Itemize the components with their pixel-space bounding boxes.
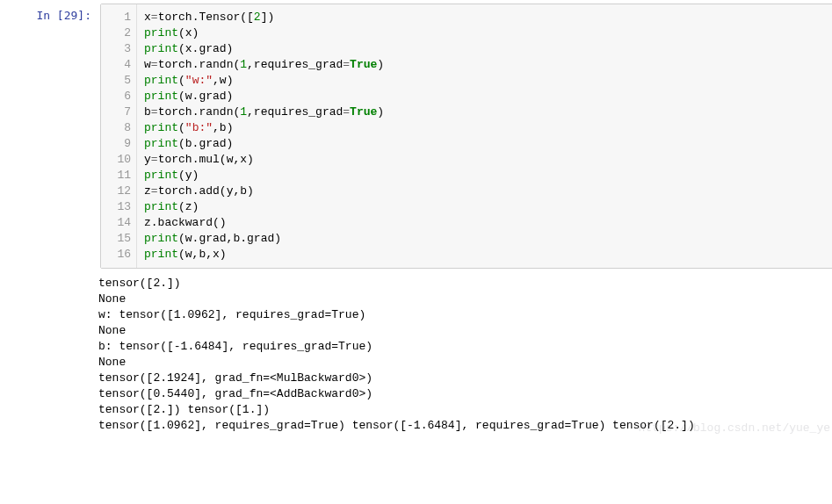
output-line: None: [98, 323, 828, 339]
output-area: tensor([2.])Nonew: tensor([1.0962], requ…: [91, 269, 832, 437]
code-line[interactable]: x=torch.Tensor([2]): [144, 10, 828, 25]
line-number: 12: [101, 184, 131, 199]
line-number-gutter: 12345678910111213141516: [101, 4, 137, 268]
code-line[interactable]: print(b.grad): [144, 136, 828, 152]
prompt-label: In [29]:: [36, 9, 91, 22]
output-line: b: tensor([-1.6484], requires_grad=True): [98, 339, 828, 355]
line-number: 8: [101, 120, 131, 136]
code-line[interactable]: print(w.grad): [144, 89, 828, 104]
code-line[interactable]: w=torch.randn(1,requires_grad=True): [144, 57, 828, 73]
line-number: 2: [101, 25, 131, 41]
code-line[interactable]: print(w.grad,b.grad): [144, 231, 828, 247]
output-line: tensor([1.0962], requires_grad=True) ten…: [98, 418, 828, 434]
code-line[interactable]: z.backward(): [144, 215, 828, 231]
code-cell: In [29]: 12345678910111213141516 x=torch…: [4, 4, 832, 269]
line-number: 13: [101, 199, 131, 215]
code-line[interactable]: print("b:",b): [144, 120, 828, 136]
code-line[interactable]: print("w:",w): [144, 73, 828, 89]
line-number: 10: [101, 152, 131, 168]
code-line[interactable]: print(x): [144, 25, 828, 41]
output-line: tensor([2.]): [98, 276, 828, 292]
output-line: None: [98, 292, 828, 307]
line-number: 16: [101, 247, 131, 263]
line-number: 14: [101, 215, 131, 231]
line-number: 11: [101, 168, 131, 184]
line-number: 7: [101, 104, 131, 120]
line-number: 1: [101, 10, 131, 25]
input-prompt: In [29]:: [4, 4, 100, 22]
output-line: tensor([2.1924], grad_fn=<MulBackward0>): [98, 371, 828, 386]
output-line: tensor([0.5440], grad_fn=<AddBackward0>): [98, 386, 828, 402]
output-line: w: tensor([1.0962], requires_grad=True): [98, 307, 828, 323]
code-line[interactable]: y=torch.mul(w,x): [144, 152, 828, 168]
output-line: None: [98, 355, 828, 371]
line-number: 5: [101, 73, 131, 89]
line-number: 4: [101, 57, 131, 73]
line-number: 6: [101, 89, 131, 104]
output-line: tensor([2.]) tensor([1.]): [98, 402, 828, 418]
code-line[interactable]: print(w,b,x): [144, 247, 828, 263]
line-number: 3: [101, 41, 131, 57]
code-line[interactable]: print(z): [144, 199, 828, 215]
code-line[interactable]: z=torch.add(y,b): [144, 184, 828, 199]
code-line[interactable]: b=torch.randn(1,requires_grad=True): [144, 104, 828, 120]
line-number: 9: [101, 136, 131, 152]
code-line[interactable]: print(y): [144, 168, 828, 184]
input-area[interactable]: 12345678910111213141516 x=torch.Tensor([…: [100, 4, 832, 269]
code-editor[interactable]: x=torch.Tensor([2])print(x)print(x.grad)…: [137, 4, 832, 268]
line-number: 15: [101, 231, 131, 247]
code-line[interactable]: print(x.grad): [144, 41, 828, 57]
